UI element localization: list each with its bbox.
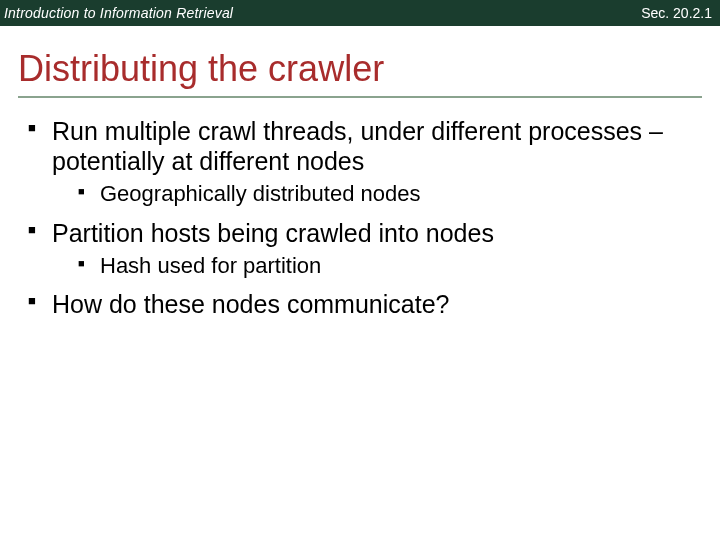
slide-title: Distributing the crawler — [18, 48, 720, 90]
bullet-item: Run multiple crawl threads, under differ… — [28, 116, 700, 208]
bullet-text: How do these nodes communicate? — [52, 290, 449, 318]
title-divider — [18, 96, 702, 98]
bullet-item: Partition hosts being crawled into nodes… — [28, 218, 700, 280]
bullet-item: How do these nodes communicate? — [28, 289, 700, 319]
sub-bullet-text: Geographically distributed nodes — [100, 181, 420, 206]
slide-header: Introduction to Information Retrieval Se… — [0, 0, 720, 26]
slide-content: Run multiple crawl threads, under differ… — [28, 116, 700, 319]
sub-bullet-item: Geographically distributed nodes — [78, 180, 700, 208]
bullet-text: Partition hosts being crawled into nodes — [52, 219, 494, 247]
bullet-text: Run multiple crawl threads, under differ… — [52, 117, 663, 175]
course-title: Introduction to Information Retrieval — [4, 5, 233, 21]
sub-bullet-text: Hash used for partition — [100, 253, 321, 278]
section-label: Sec. 20.2.1 — [641, 5, 712, 21]
sub-bullet-item: Hash used for partition — [78, 252, 700, 280]
